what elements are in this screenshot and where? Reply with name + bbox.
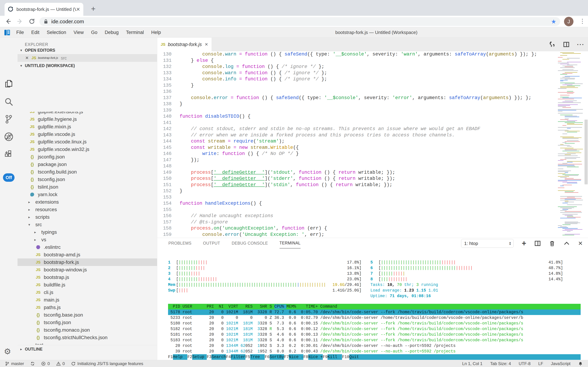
htop-F7-label[interactable]: Nice - <box>289 354 303 360</box>
extensions-icon[interactable] <box>4 149 14 159</box>
menu-terminal[interactable]: Terminal <box>122 30 148 35</box>
switch-editor-icon[interactable] <box>549 41 556 48</box>
tree-item-src[interactable]: ▾src <box>17 221 157 228</box>
htop-F3-label[interactable]: Search <box>211 354 226 360</box>
status-0[interactable]: 0 <box>56 361 65 366</box>
new-tab-button[interactable]: + <box>91 5 96 13</box>
htop-process-row[interactable]: 39 root 20 0 1344M 62052 1952 S 0.0 0.2 … <box>168 349 581 354</box>
htop-F2-key[interactable]: F2 <box>187 354 192 360</box>
htop-process-row[interactable]: 5233 root 20 0 0 0 0 Z 36.3 0.0 0:02.79 … <box>168 315 581 321</box>
source-control-icon[interactable] <box>4 114 14 124</box>
tree-item-bootstrap-amd.js[interactable]: JSbootstrap-amd.js <box>17 251 157 259</box>
tree-item-gulpfile.vscode.linux.js[interactable]: JSgulpfile.vscode.linux.js <box>17 138 157 145</box>
status-0[interactable]: 0 <box>41 361 50 366</box>
htop-F8-label[interactable]: Nice + <box>308 354 323 360</box>
browser-menu-icon[interactable]: ⋮ <box>580 17 585 25</box>
more-actions-icon[interactable]: ··· <box>577 41 585 48</box>
tree-item-main.js[interactable]: JSmain.js <box>17 296 157 304</box>
close-icon[interactable]: ✕ <box>25 56 32 60</box>
htop-F8-key[interactable]: F8 <box>303 354 308 360</box>
menu-selection[interactable]: Selection <box>43 30 70 35</box>
terminal[interactable]: 1[||||||||||||17.8%]2[|||||||||||16.1%]3… <box>157 249 588 360</box>
panel-tab-terminal[interactable]: TERMINAL <box>280 238 301 249</box>
status-bell[interactable] <box>578 361 583 366</box>
tree-item-bootstrap-fork.js[interactable]: JSbootstrap-fork.js <box>17 259 157 266</box>
htop-F9-key[interactable]: F9 <box>323 354 328 360</box>
tree-item-gulpfile.extensions.js[interactable]: JSgulpfile.extensions.js <box>17 112 157 115</box>
status-javascript[interactable]: JavaScript <box>551 361 571 366</box>
editor-tab[interactable]: JS bootstrap-fork.js ✕ <box>157 38 212 51</box>
panel-tab-debug-console[interactable]: DEBUG CONSOLE <box>232 238 268 249</box>
htop-table-header[interactable]: PID USER PRI NI VIRT RES SHR S CPU% MEM%… <box>168 304 581 309</box>
terminal-select[interactable]: 1: htop ▴▾ <box>461 239 513 248</box>
htop-F3-key[interactable]: F3 <box>207 354 212 360</box>
code-editor[interactable]: 130 console.warn = function () { safeSen… <box>157 51 588 238</box>
avatar[interactable]: J <box>564 17 573 26</box>
tree-item-tslint.json[interactable]: {}tslint.json <box>17 183 157 191</box>
tree-item-yarn.lock[interactable]: yarn.lock <box>17 191 157 198</box>
workspace-header[interactable]: ▾ UNTITLED (WORKSPACE) <box>17 62 157 69</box>
htop-process-row[interactable]: 20 root 20 0 1344M 62052 1952 S 3.3 0.2 … <box>168 343 581 349</box>
kill-terminal-icon[interactable] <box>549 240 555 247</box>
htop-F9-label[interactable]: Kill <box>328 354 342 360</box>
status-master[interactable]: master <box>5 361 24 366</box>
debug-disabled-icon[interactable] <box>4 132 14 142</box>
explorer-icon[interactable] <box>4 79 14 89</box>
tree-item-tsconfig.json[interactable]: {}tsconfig.json <box>17 319 157 326</box>
htop-F10-label[interactable]: Quit <box>349 354 581 360</box>
status-ln-1-col-1[interactable]: Ln 1, Col 1 <box>462 361 482 366</box>
tree-item-paths.js[interactable]: JSpaths.js <box>17 304 157 311</box>
tree-item-buildfile.js[interactable]: JSbuildfile.js <box>17 281 157 289</box>
tree-item-vs[interactable]: ▸vs <box>17 236 157 243</box>
htop-F6-key[interactable]: F6 <box>265 354 270 360</box>
tree-item-cli.js[interactable]: JScli.js <box>17 289 157 296</box>
tree-item-tsconfig.build.json[interactable]: {}tsconfig.build.json <box>17 168 157 176</box>
panel-tab-problems[interactable]: PROBLEMS <box>168 238 191 249</box>
tree-item-gulpfile.vscode.win32.js[interactable]: JSgulpfile.vscode.win32.js <box>17 145 157 153</box>
menu-help[interactable]: Help <box>148 30 165 35</box>
tree-item-tsconfig.strictNullChecks.json[interactable]: {}tsconfig.strictNullChecks.json <box>17 334 157 341</box>
browser-tab[interactable]: bootstrap-fork.js — Untitled (V ✕ <box>5 3 83 16</box>
menu-go[interactable]: Go <box>87 30 101 35</box>
menu-debug[interactable]: Debug <box>101 30 122 35</box>
panel-tab-output[interactable]: OUTPUT <box>203 238 220 249</box>
browser-tab-close-icon[interactable]: ✕ <box>76 7 80 12</box>
htop-F7-key[interactable]: F7 <box>284 354 289 360</box>
tree-item-gulpfile.hygiene.js[interactable]: JSgulpfile.hygiene.js <box>17 115 157 123</box>
htop-F4-label[interactable]: Filter <box>231 354 245 360</box>
tree-item-package.json[interactable]: {}package.json <box>17 161 157 168</box>
status-lf[interactable]: LF <box>538 361 543 366</box>
tree-item-tsconfig.monaco.json[interactable]: {}tsconfig.monaco.json <box>17 326 157 334</box>
back-icon[interactable] <box>4 17 12 25</box>
htop-F1-label[interactable]: Help <box>173 354 188 360</box>
tree-item-typings[interactable]: ▸typings <box>17 228 157 236</box>
htop-F4-key[interactable]: F4 <box>226 354 231 360</box>
status-utf-8[interactable]: UTF-8 <box>519 361 530 366</box>
htop-process-row[interactable]: 5178 root 20 0 1021M 181M 3328 R 72.7 0.… <box>168 309 581 315</box>
new-terminal-icon[interactable]: + <box>522 240 526 247</box>
htop-process-row[interactable]: 5183 root 20 0 1021M 181M 3328 S 4.0 0.6… <box>168 337 581 343</box>
htop-F10-key[interactable]: F10 <box>342 354 349 360</box>
minimap[interactable] <box>557 52 584 236</box>
tree-item-jsconfig.json[interactable]: {}jsconfig.json <box>17 153 157 161</box>
settings-gear-icon[interactable]: ⚙ <box>4 347 11 356</box>
close-panel-icon[interactable]: ✕ <box>578 240 583 247</box>
url-bar[interactable]: ide.coder.com ★ <box>39 17 560 26</box>
tree-item-extensions[interactable]: ▸extensions <box>17 198 157 206</box>
tree-item-scripts[interactable]: ▸scripts <box>17 213 157 221</box>
htop-F5-key[interactable]: F5 <box>245 354 250 360</box>
htop-process-row[interactable]: 5182 root 20 0 1021M 181M 3328 R 5.3 0.6… <box>168 326 581 332</box>
status-sync[interactable] <box>30 361 35 366</box>
search-icon[interactable] <box>4 97 14 107</box>
editor-tab-close-icon[interactable]: ✕ <box>205 42 208 47</box>
htop-F5-label[interactable]: Tree <box>250 354 265 360</box>
status-initializing-js-ts-language-features[interactable]: Initializing JS/TS language features <box>71 361 143 366</box>
tree-item-bootstrap.js[interactable]: JSbootstrap.js <box>17 274 157 281</box>
bookmark-star-icon[interactable]: ★ <box>551 18 556 25</box>
open-editors-header[interactable]: ▾ OPEN EDITORS <box>17 46 157 54</box>
tree-item-tsconfig.base.json[interactable]: {}tsconfig.base.json <box>17 311 157 319</box>
reload-icon[interactable] <box>28 17 36 25</box>
htop-process-row[interactable]: 5180 root 20 0 1021M 181M 3328 S 7.3 0.6… <box>168 321 581 326</box>
htop-F1-key[interactable]: F1 <box>168 354 173 360</box>
htop-process-row[interactable]: 5181 root 20 0 1021M 181M 3328 S 4.6 0.6… <box>168 332 581 337</box>
